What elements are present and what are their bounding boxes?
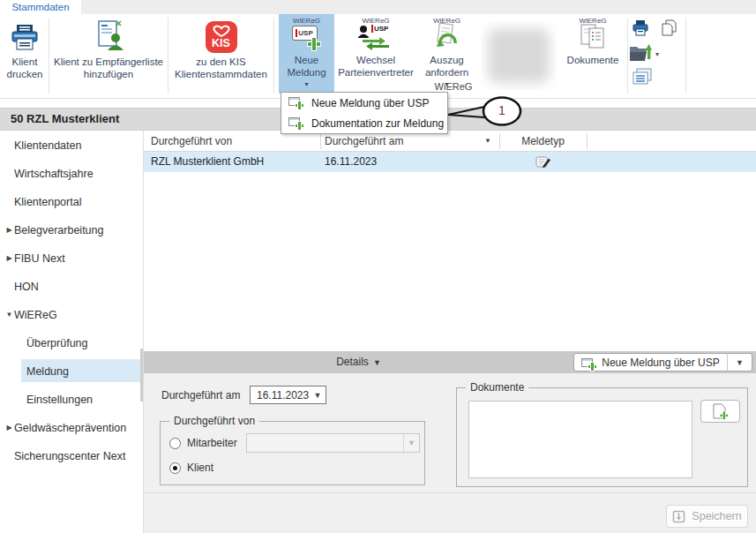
details-toggle[interactable]: Details▼ xyxy=(144,351,573,373)
export-folder-button[interactable] xyxy=(629,43,652,66)
sidebar-item-wiereg[interactable]: ▼WiEReG xyxy=(0,302,144,328)
tab-stammdaten[interactable]: Stammdaten xyxy=(0,0,81,14)
date-picker[interactable]: 16.11.2023 ▼ xyxy=(250,386,326,404)
sidebar-item-belegverarbeitung[interactable]: ▶Belegverarbeitung xyxy=(0,217,144,244)
ribbon: Klient drucken Klient zu Empfängerliste … xyxy=(0,14,756,99)
add-dokument-button[interactable] xyxy=(700,400,740,423)
dokumente-label: Dokumente xyxy=(567,54,619,66)
sidebar-item-fibu-next[interactable]: ▶FIBU Next xyxy=(0,245,144,272)
kis-label: zu den KIS Klientenstammdaten xyxy=(175,56,267,80)
sidebar-item-einstellungen[interactable]: Einstellungen xyxy=(0,387,144,413)
form-plus-icon xyxy=(288,116,303,130)
wiereg-wechsel-icon: USP xyxy=(357,25,394,51)
neue-meldung-usp-dropdown[interactable]: ▼ xyxy=(727,353,752,372)
ribbon-separator xyxy=(273,18,274,94)
column-divider xyxy=(320,133,321,149)
wiereg-auszug-icon xyxy=(432,23,462,51)
redacted-button[interactable] xyxy=(481,21,557,90)
sidebar-item-hon[interactable]: HON xyxy=(0,274,144,300)
sidebar-item-klientendaten[interactable]: Klientendaten xyxy=(0,132,144,159)
sidebar-item-wirtschaftsjahre[interactable]: Wirtschaftsjahre xyxy=(0,161,144,187)
callout-number: 1 xyxy=(494,103,510,117)
sidebar-item-meldung[interactable]: Meldung xyxy=(0,358,144,385)
sidebar-item-geldwaeschepraevention[interactable]: ▶Geldwäscheprävention xyxy=(0,415,144,441)
neue-meldung-dropdown-menu: Neue Meldung über USP Dokumentation zur … xyxy=(281,92,448,134)
small-printer-icon xyxy=(632,19,649,37)
speichern-button[interactable]: Speichern xyxy=(666,505,748,528)
dokumente-listbox[interactable] xyxy=(468,401,692,478)
panel-divider xyxy=(144,492,756,493)
cell-durchgefuehrt-von: RZL Musterklient GmbH xyxy=(151,152,264,172)
sidebar-item-sicherungscenter-next[interactable]: Sicherungscenter Next xyxy=(0,443,144,469)
durchgefuehrt-am-label: Durchgeführt am xyxy=(161,389,240,402)
wiereg-usp-new-icon: USP xyxy=(290,25,324,51)
add-document-icon xyxy=(711,403,730,420)
wiereg-group-label: WiEReG xyxy=(281,81,626,92)
wiereg-dokumente-icon xyxy=(579,23,607,51)
dokumente-group: Dokumente xyxy=(456,387,748,487)
ribbon-separator xyxy=(49,18,49,94)
document-person-icon xyxy=(93,19,124,53)
menu-item-dokumentation-zur-meldung[interactable]: Dokumentation zur Meldung xyxy=(281,113,447,133)
klient-drucken-button[interactable]: Klient drucken xyxy=(1,14,49,94)
sort-descending-icon[interactable]: ▼ xyxy=(484,131,491,152)
details-panel: Durchgeführt am 16.11.2023 ▼ Durchgeführ… xyxy=(144,373,756,533)
column-header-meldetyp[interactable]: Meldetyp xyxy=(499,131,587,152)
klient-drucken-label: Klient drucken xyxy=(7,56,43,80)
column-header-durchgefuehrt-von[interactable]: Durchgeführt von xyxy=(151,131,232,152)
report-list-icon xyxy=(632,68,653,86)
tab-strip: Stammdaten xyxy=(0,0,756,14)
wechsel-label: Wechsel Parteienvertreter xyxy=(338,54,414,79)
report-list-button[interactable] xyxy=(632,68,653,89)
form-plus-icon xyxy=(581,357,596,371)
ribbon-separator xyxy=(168,18,168,94)
radio-klient[interactable]: Klient xyxy=(169,462,213,474)
radio-mitarbeiter[interactable]: Mitarbeiter xyxy=(169,437,237,449)
quick-print-button[interactable] xyxy=(632,19,649,41)
cell-durchgefuehrt-am: 16.11.2023 xyxy=(325,152,377,172)
ribbon-separator xyxy=(627,18,628,94)
ribbon-separator xyxy=(685,18,686,94)
form-plus-icon xyxy=(288,96,303,109)
sidebar-item-ueberpruefung[interactable]: Überprüfung xyxy=(0,330,144,357)
mitarbeiter-combobox[interactable]: ▼ xyxy=(246,433,420,453)
details-bar: Details▼ Neue Meldung über USP ▼ xyxy=(144,351,756,373)
kis-logo-icon: KIS xyxy=(206,21,237,53)
sidebar-scrollbar-thumb[interactable] xyxy=(140,349,143,402)
save-icon xyxy=(672,510,685,523)
combo-caret-icon: ▼ xyxy=(310,391,326,400)
column-divider xyxy=(587,133,588,149)
chevron-down-icon: ▼ xyxy=(373,358,381,367)
menu-item-neue-meldung-usp[interactable]: Neue Meldung über USP xyxy=(281,93,447,113)
sidebar-nav: Klientendaten Wirtschaftsjahre Klientenp… xyxy=(0,131,144,533)
meldetyp-edit-icon xyxy=(535,155,551,169)
copy-button[interactable] xyxy=(659,19,678,41)
empfaengerliste-label: Klient zu Empfängerliste hinzufügen xyxy=(54,56,163,80)
radio-button-icon xyxy=(169,438,181,449)
neue-meldung-usp-button[interactable]: Neue Meldung über USP xyxy=(573,353,728,372)
folder-export-icon xyxy=(629,43,652,63)
copy-pages-icon xyxy=(659,19,678,38)
cell-meldetyp xyxy=(499,152,587,172)
empfaengerliste-button[interactable]: Klient zu Empfängerliste hinzufügen xyxy=(50,14,167,94)
durchgefuehrt-von-group: Durchgeführt von Mitarbeiter ▼ Klient xyxy=(160,421,425,485)
redacted-content xyxy=(488,28,550,83)
export-dropdown-caret-icon[interactable]: ▾ xyxy=(655,50,659,58)
radio-button-selected-icon xyxy=(169,462,181,474)
kis-button[interactable]: KIS zu den KIS Klientenstammdaten xyxy=(169,14,273,94)
combo-caret-icon: ▼ xyxy=(403,434,419,452)
sidebar-item-klientenportal[interactable]: Klientenportal xyxy=(0,189,144,215)
meldung-table-header: Durchgeführt von Durchgeführt am ▼ Melde… xyxy=(144,131,756,152)
printer-icon xyxy=(10,23,40,53)
meldung-table-row[interactable]: RZL Musterklient GmbH 16.11.2023 xyxy=(144,152,756,172)
